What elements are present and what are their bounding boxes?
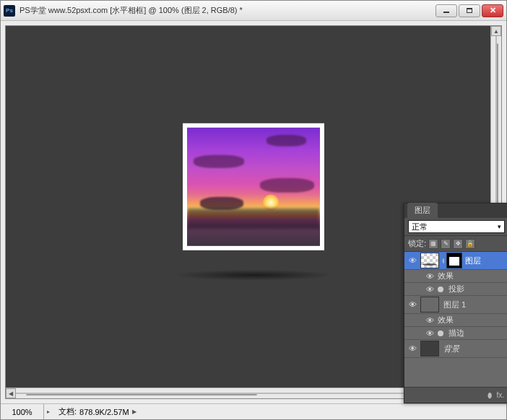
fx-item-row[interactable]: 👁 描边 <box>404 327 507 340</box>
layer-list: 👁 ≬ 图层 👁 效果 👁 投影 👁 <box>404 252 507 387</box>
title-left: Ps PS学堂 www.52psxt.com [水平相框] @ 100% (图层… <box>4 5 243 17</box>
zoom-level[interactable]: 100% <box>1 404 44 419</box>
panel-footer: ⬮ fx. <box>404 387 507 403</box>
layer-thumbnail[interactable] <box>420 297 439 312</box>
drop-shadow <box>178 270 329 280</box>
window-title: PS学堂 www.52psxt.com [水平相框] @ 100% (图层 2,… <box>20 5 243 16</box>
chevron-down-icon: ▾ <box>498 223 501 230</box>
blend-mode-row: 正常 ▾ <box>404 218 507 236</box>
h-scroll-thumb[interactable] <box>26 394 258 395</box>
zoom-menu-icon[interactable]: ▸ <box>44 408 53 415</box>
visibility-icon[interactable]: 👁 <box>425 285 435 294</box>
layer-mask-thumbnail[interactable] <box>446 253 462 268</box>
blend-mode-value: 正常 <box>412 222 428 232</box>
sunset-photo <box>187 128 320 246</box>
layer-thumbnail[interactable] <box>420 253 439 268</box>
fx-header-row[interactable]: 👁 效果 <box>404 314 507 327</box>
visibility-icon[interactable]: 👁 <box>406 344 419 353</box>
scroll-left-icon[interactable]: ◀ <box>6 388 16 398</box>
document-window: Ps PS学堂 www.52psxt.com [水平相框] @ 100% (图层… <box>0 0 507 420</box>
cloud <box>194 155 244 168</box>
fx-button[interactable]: fx. <box>496 391 504 399</box>
lock-row: 锁定: ▦ ✎ ✥ 🔒 <box>404 236 507 252</box>
doc-label: 文档: <box>58 406 77 417</box>
titlebar: Ps PS学堂 www.52psxt.com [水平相框] @ 100% (图层… <box>1 1 506 21</box>
cloud <box>266 135 306 146</box>
fx-name: 描边 <box>448 328 464 338</box>
horizon <box>187 209 320 229</box>
doc-size: 878.9K/2.57M <box>79 408 129 416</box>
fx-name: 投影 <box>448 284 464 294</box>
status-bar: 100% ▸ 文档: 878.9K/2.57M ▶ <box>1 403 506 419</box>
info-menu-icon[interactable]: ▶ <box>132 408 136 415</box>
minimize-button[interactable] <box>436 4 457 17</box>
lock-position-icon[interactable]: ✥ <box>453 239 463 249</box>
visibility-icon[interactable]: 👁 <box>406 300 419 309</box>
layer-thumbnail[interactable] <box>420 341 439 356</box>
panel-tabs: 图层 <box>404 204 507 218</box>
layer-name[interactable]: 背景 <box>441 344 507 354</box>
app-icon: Ps <box>4 5 15 17</box>
layer-list-empty <box>404 358 507 387</box>
lock-all-icon[interactable]: 🔒 <box>465 239 475 249</box>
bullet-icon <box>438 331 443 336</box>
tab-layers[interactable]: 图层 <box>407 203 438 218</box>
effects-label: 效果 <box>438 271 454 281</box>
layer-row-layer2[interactable]: 👁 ≬ 图层 <box>404 252 507 270</box>
blend-mode-select[interactable]: 正常 ▾ <box>408 220 505 233</box>
lock-transparency-icon[interactable]: ▦ <box>428 239 438 249</box>
layers-panel: 图层 正常 ▾ 锁定: ▦ ✎ ✥ 🔒 👁 ≬ <box>404 203 507 403</box>
bullet-icon <box>438 286 443 292</box>
photo-frame <box>183 123 324 250</box>
layer-name[interactable]: 图层 1 <box>441 299 507 310</box>
fx-header-row[interactable]: 👁 效果 <box>404 270 507 283</box>
effects-label: 效果 <box>438 315 454 325</box>
cloud <box>260 178 314 193</box>
document-area: ◀ ▶ ▲ ▼ 图层 正常 ▾ 锁定: <box>1 21 506 403</box>
layer-row-background[interactable]: 👁 背景 <box>404 340 507 358</box>
lock-pixels-icon[interactable]: ✎ <box>441 239 451 249</box>
maximize-button[interactable] <box>459 4 480 17</box>
close-icon: ✕ <box>490 6 496 15</box>
visibility-icon[interactable]: 👁 <box>425 272 435 281</box>
scroll-up-icon[interactable]: ▲ <box>491 26 501 36</box>
fx-item-row[interactable]: 👁 投影 <box>404 283 507 296</box>
lock-label: 锁定: <box>408 238 426 249</box>
visibility-icon[interactable]: 👁 <box>425 329 435 338</box>
link-layers-icon[interactable]: ⬮ <box>488 391 492 400</box>
visibility-icon[interactable]: 👁 <box>406 256 419 265</box>
visibility-icon[interactable]: 👁 <box>425 316 435 325</box>
layer-name[interactable]: 图层 <box>462 255 507 266</box>
document-info[interactable]: 文档: 878.9K/2.57M ▶ <box>53 406 142 417</box>
link-icon[interactable]: ≬ <box>441 255 446 266</box>
close-button[interactable]: ✕ <box>482 4 503 17</box>
layer-row-layer1[interactable]: 👁 图层 1 <box>404 296 507 314</box>
window-controls: ✕ <box>436 4 503 17</box>
